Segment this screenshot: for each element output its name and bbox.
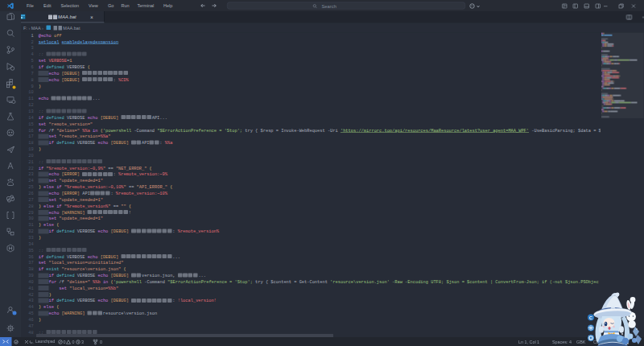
svg-text:C: C (589, 315, 592, 320)
